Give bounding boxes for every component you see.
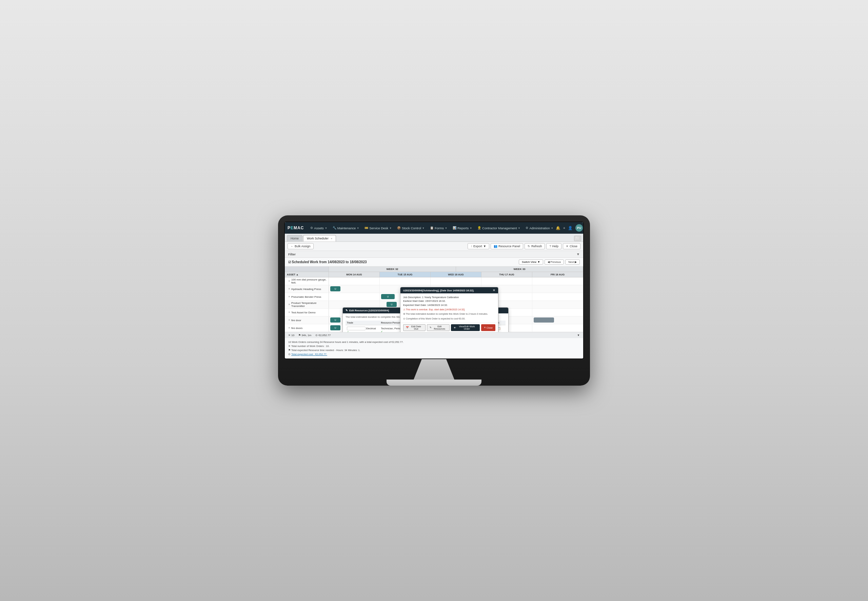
popup-expected-start: Expected Start Date: 14/08/2023 14:32.: [403, 303, 495, 307]
summary-time: ⚑ 34h, 1m: [298, 334, 311, 337]
nav-service-desk[interactable]: 🎫 Service Desk ▼: [362, 225, 394, 231]
resource-trade: Electrical ✓: [346, 325, 379, 333]
refresh-button[interactable]: ↻ Refresh: [525, 243, 545, 249]
popup-header: U2023/33/00094[Outstanding], [Date Due 1…: [400, 287, 498, 293]
cost-link[interactable]: Total expected cost : €2,052.77.: [291, 353, 327, 356]
day-cell-fri-2: [532, 285, 583, 293]
bulk-assign-button[interactable]: ← Bulk Assign: [288, 243, 314, 249]
work-block[interactable]: U: [330, 325, 340, 330]
filter-chevron[interactable]: ▼: [576, 252, 580, 256]
day-cell-mon-2: U: [329, 285, 380, 293]
asset-day-header: ASSET ▲: [285, 272, 329, 277]
asset-cell: fire door: [285, 316, 329, 324]
trade-input[interactable]: [347, 326, 365, 330]
summary-line-4: ⊙ Total expected cost : €2,052.77.: [288, 352, 580, 357]
asset-cell: 100 mm dial pressure gauge, fielt.: [285, 278, 329, 285]
asset-cell: Hydraulic Heading Press: [285, 285, 329, 293]
popup-close-button[interactable]: ✕ Close: [481, 324, 495, 331]
close-button[interactable]: ✕ Close: [563, 243, 580, 249]
avatar[interactable]: PU: [576, 224, 583, 232]
switch-view-button[interactable]: Switch View ▼: [519, 259, 543, 265]
trade-header: Trade: [346, 320, 379, 325]
work-block[interactable]: U: [330, 317, 340, 323]
view-edit-work-order-button[interactable]: 👁 View/Edit Work Order: [451, 324, 480, 331]
user-icon[interactable]: 👤: [568, 226, 573, 230]
nav-maintenance[interactable]: 🔧 Maintenance ▼: [330, 225, 361, 231]
popup-warning: ⚠ This work is overdue. Exp. start date …: [403, 308, 495, 312]
trade-check: ✓: [347, 331, 349, 333]
popup-earliest-start: Earliest Start Date: 15/07/2023 16:32.: [403, 299, 495, 303]
summary-line-1: 10 Work Orders consuming 34 Resource hou…: [288, 340, 580, 344]
popup-body: Job Description: 1 Yearly Temperature Ca…: [400, 293, 498, 323]
week32-header: WEEK 32: [329, 267, 456, 272]
tab-close-icon[interactable]: ×: [330, 237, 332, 240]
mon-header: MON 14 AUG: [329, 272, 380, 277]
close-popup-icon: ✕: [484, 326, 486, 329]
asset-cell: Test Asset for Demo: [285, 309, 329, 316]
work-block[interactable]: U: [330, 286, 340, 291]
nav-forms[interactable]: 📋 Forms ▼: [428, 225, 449, 231]
resources-panel-title: Edit Resources [U2023/33/00004]: [349, 309, 389, 312]
day-cell-tue-1: [380, 278, 431, 285]
nav-reports[interactable]: 📊 Reports ▼: [450, 225, 474, 231]
nav-stock-control[interactable]: 📦 Stock Control ▼: [395, 225, 427, 231]
summary-cost: ⊙ €2,052.77: [315, 334, 330, 337]
schedule-header: Scheduled Work from 14/08/2023 to 18/08/…: [285, 258, 583, 267]
monitor: PEMAC ⚙ Assets ▼ 🔧 Maintenance ▼ 🎫 Servi…: [278, 215, 590, 386]
asset-week-header: [285, 267, 329, 272]
tabbar: Home Work Scheduler × ⬜: [285, 234, 583, 242]
maintenance-icon: 🔧: [333, 226, 337, 230]
filterbar: Filter ▼: [285, 251, 583, 258]
nav-administration[interactable]: ⚙ Administration ▼: [523, 225, 555, 231]
tab-home[interactable]: Home: [287, 235, 302, 241]
day-cell-fri-7: [532, 324, 583, 332]
day-cell-mon-3: [329, 293, 380, 300]
contractor-arrow: ▼: [518, 227, 521, 229]
edit-date-due-button[interactable]: 📅 Edit Date Due: [403, 324, 425, 331]
export-button[interactable]: ↑ Export ▼: [468, 243, 489, 249]
asset-cell: Pneumatic Bender Press: [285, 293, 329, 300]
day-cell-wed-1: [431, 278, 481, 285]
schedule-title: Scheduled Work from 14/08/2023 to 18/08/…: [288, 260, 367, 264]
asset-cell: fire doors: [285, 324, 329, 332]
toolbar-right: ↑ Export ▼ 👥 Resource Panel ↻ Refresh ? …: [468, 243, 580, 249]
add-icon[interactable]: +: [563, 226, 565, 230]
schedule-nav: Switch View ▼ ◀ Previous Next ▶: [519, 259, 580, 265]
previous-button[interactable]: ◀ Previous: [545, 259, 564, 265]
work-block[interactable]: U: [381, 294, 395, 299]
calendar-icon: 📅: [406, 326, 409, 329]
tab-work-scheduler[interactable]: Work Scheduler ×: [303, 235, 336, 241]
reports-icon: 📊: [453, 226, 456, 230]
next-button[interactable]: Next ▶: [565, 259, 580, 265]
time-icon: ⚑: [288, 349, 291, 352]
scroll-down-icon[interactable]: ▼: [577, 334, 580, 337]
reports-arrow: ▼: [470, 227, 472, 229]
maximize-button[interactable]: ⬜: [574, 236, 581, 241]
monitor-screen: PEMAC ⚙ Assets ▼ 🔧 Maintenance ▼ 🎫 Servi…: [284, 221, 584, 359]
toolbar: ← Bulk Assign ↑ Export ▼ 👥 Resource Pane…: [285, 242, 583, 251]
export-icon: ↑: [471, 244, 472, 248]
day-cell-fri-6: [532, 316, 583, 324]
assets-arrow: ▼: [325, 227, 327, 229]
popup-duration: ⚙ The total estimated duration to comple…: [403, 313, 495, 316]
help-icon: ?: [549, 244, 551, 248]
refresh-icon: ↻: [528, 244, 530, 248]
logo: PEMAC: [288, 226, 304, 230]
help-button[interactable]: ? Help: [546, 243, 562, 249]
view-icon: 👁: [454, 326, 456, 329]
administration-arrow: ▼: [551, 227, 553, 229]
nav-contractor[interactable]: 👷 Contractor Management ▼: [475, 225, 522, 231]
day-cell-mon-1: [329, 278, 380, 285]
resource-panel-button[interactable]: 👥 Resource Panel: [490, 243, 523, 249]
work-block[interactable]: U: [387, 302, 397, 307]
popup-close-icon[interactable]: ✕: [493, 288, 495, 292]
edit-resources-button[interactable]: ✎ Edit Resources: [427, 324, 449, 331]
summary-line-2: ✕ Total number of Work Orders : 10.: [288, 344, 580, 348]
day-cell-fri-4: [532, 301, 583, 308]
week-headers: WEEK 32 WEEK 33: [285, 267, 583, 272]
popup-job-description: Job Description: 1 Yearly Temperature Ca…: [403, 295, 495, 299]
calendar-container: WEEK 32 WEEK 33 ASSET ▲ MON 14 AUG TUE 1…: [285, 267, 583, 332]
work-block[interactable]: [534, 317, 554, 323]
nav-assets[interactable]: ⚙ Assets ▼: [308, 225, 329, 231]
notifications-icon[interactable]: 🔔: [556, 226, 560, 230]
